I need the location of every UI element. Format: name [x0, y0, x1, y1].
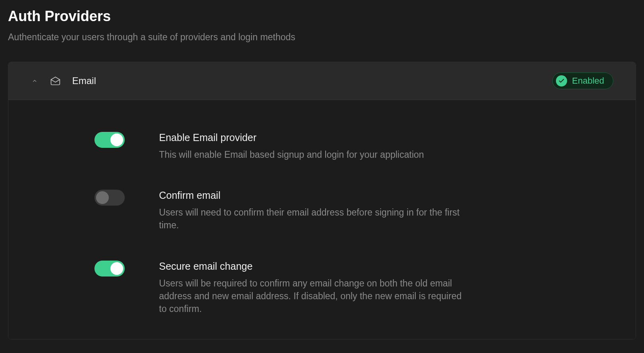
- page-title: Auth Providers: [8, 8, 636, 25]
- setting-secure-email-change: Secure email change Users will be requir…: [31, 261, 613, 316]
- provider-panel: Email Enabled Enable Email provider This…: [8, 62, 636, 339]
- toggle-confirm-email[interactable]: [94, 190, 125, 206]
- setting-confirm-email: Confirm email Users will need to confirm…: [31, 190, 613, 231]
- setting-desc: Users will need to confirm their email a…: [159, 206, 469, 231]
- toggle-thumb: [110, 133, 123, 146]
- setting-title: Confirm email: [159, 190, 469, 201]
- toggle-thumb: [96, 191, 109, 204]
- setting-desc: Users will be required to confirm any em…: [159, 277, 469, 316]
- status-text: Enabled: [572, 76, 604, 86]
- setting-desc: This will enable Email based signup and …: [159, 148, 469, 161]
- toggle-thumb: [110, 262, 123, 275]
- provider-name: Email: [72, 75, 96, 86]
- provider-body: Enable Email provider This will enable E…: [8, 100, 636, 339]
- setting-enable-email: Enable Email provider This will enable E…: [31, 132, 613, 161]
- status-badge: Enabled: [552, 73, 613, 89]
- envelope-icon: [50, 75, 61, 86]
- check-icon: [556, 75, 567, 86]
- chevron-up-icon: [31, 77, 39, 85]
- toggle-secure-email-change[interactable]: [94, 261, 125, 277]
- setting-title: Secure email change: [159, 261, 469, 272]
- toggle-enable-email[interactable]: [94, 132, 125, 148]
- setting-title: Enable Email provider: [159, 132, 469, 143]
- provider-header[interactable]: Email Enabled: [8, 62, 636, 100]
- page-subtitle: Authenticate your users through a suite …: [8, 32, 636, 43]
